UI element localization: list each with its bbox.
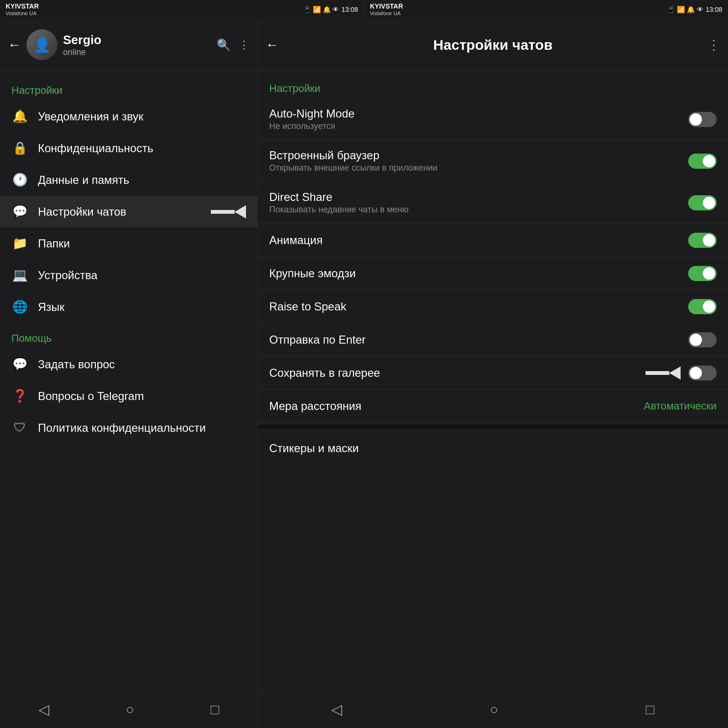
policy-label: Политика конфиденциальности: [38, 421, 246, 435]
clock-icon: 🕐: [11, 173, 28, 187]
section-divider: [258, 425, 728, 428]
chat-icon: 💬: [11, 204, 28, 219]
notifications-label: Уведомления и звук: [38, 110, 246, 123]
sidebar-item-folders[interactable]: 📁 Папки: [0, 228, 257, 259]
left-header: ← 👤 Sergio online 🔍 ⋮: [0, 19, 257, 71]
status-icons-left: 📱 📶 🔔 👁 13:08: [303, 6, 358, 13]
auto-night-subtitle: Не используется: [269, 121, 688, 131]
direct-share-subtitle: Показывать недавние чаты в меню: [269, 205, 688, 215]
faq-label: Вопросы о Telegram: [38, 390, 246, 403]
distance-value: Автоматически: [644, 400, 717, 412]
help-section-label: Помощь: [0, 323, 257, 348]
large-emoji-toggle[interactable]: [688, 266, 717, 281]
toggle-thumb: [703, 267, 715, 280]
user-status: online: [63, 47, 211, 57]
raise-to-speak-toggle[interactable]: [688, 299, 717, 314]
right-item-direct-share[interactable]: Direct Share Показывать недавние чаты в …: [258, 182, 728, 224]
sidebar-item-ask[interactable]: 💬 Задать вопрос: [0, 348, 257, 380]
ask-label: Задать вопрос: [38, 358, 246, 371]
left-bottom-nav: ◁ ○ □: [0, 690, 257, 728]
right-item-raise-to-speak[interactable]: Raise to Speak: [258, 290, 728, 323]
toggle-thumb: [703, 234, 715, 246]
left-panel: ← 👤 Sergio online 🔍 ⋮ Настройки 🔔 Уведом…: [0, 19, 258, 728]
nav-recent-right[interactable]: □: [646, 701, 654, 718]
main-panels: ← 👤 Sergio online 🔍 ⋮ Настройки 🔔 Уведом…: [0, 19, 728, 728]
right-item-save-gallery[interactable]: Сохранять в галерее: [258, 356, 728, 390]
raise-to-speak-title: Raise to Speak: [269, 300, 688, 313]
more-icon[interactable]: ⋮: [238, 38, 250, 52]
lock-icon: 🔒: [11, 141, 28, 155]
sidebar-item-policy[interactable]: 🛡 Политика конфиденциальности: [0, 412, 257, 444]
sidebar-item-language[interactable]: 🌐 Язык: [0, 291, 257, 323]
arrow-stem: [211, 210, 235, 214]
chatsettings-label: Настройки чатов: [38, 205, 196, 218]
device-icon: 💻: [11, 268, 28, 282]
arrow-head: [235, 205, 246, 218]
nav-recent-left[interactable]: □: [210, 701, 219, 718]
right-content: Настройки Auto-Night Mode Не используетс…: [258, 71, 728, 690]
page-title: Настройки чатов: [284, 37, 701, 53]
search-icon[interactable]: 🔍: [217, 38, 231, 52]
chat-settings-arrow-annotation: [211, 205, 246, 218]
toggle-thumb: [703, 197, 715, 209]
bell-icon: 🔔: [11, 109, 28, 124]
auto-night-toggle[interactable]: [688, 112, 717, 127]
right-back-button[interactable]: ←: [265, 37, 279, 53]
sidebar-item-privacy[interactable]: 🔒 Конфиденциальность: [0, 132, 257, 164]
left-back-button[interactable]: ←: [8, 37, 21, 53]
right-settings-label: Настройки: [258, 75, 728, 99]
right-item-large-emoji[interactable]: Крупные эмодзи: [258, 257, 728, 290]
arrow-stem: [646, 371, 669, 375]
toggle-thumb: [690, 334, 702, 346]
large-emoji-title: Крупные эмодзи: [269, 267, 688, 280]
nav-home-right[interactable]: ○: [490, 701, 498, 718]
auto-night-title: Auto-Night Mode: [269, 107, 688, 120]
save-gallery-title: Сохранять в галерее: [269, 366, 640, 380]
right-item-animation[interactable]: Анимация: [258, 224, 728, 257]
right-item-distance[interactable]: Мера расстояния Автоматически: [258, 390, 728, 423]
status-bar-right: KYIVSTAR Vodafone UA 📱 📶 🔔 👁 13:08: [364, 0, 728, 19]
sidebar-item-chatsettings[interactable]: 💬 Настройки чатов: [0, 196, 257, 228]
sidebar-item-notifications[interactable]: 🔔 Уведомления и звук: [0, 100, 257, 132]
distance-title: Мера расстояния: [269, 400, 644, 413]
send-enter-toggle[interactable]: [688, 332, 717, 347]
avatar[interactable]: 👤: [27, 29, 57, 60]
carrier-right: KYIVSTAR Vodafone UA: [370, 3, 403, 16]
right-more-icon[interactable]: ⋮: [707, 37, 720, 53]
send-enter-title: Отправка по Enter: [269, 333, 688, 346]
right-item-browser[interactable]: Встроенный браузер Открывать внешние ссы…: [258, 140, 728, 182]
nav-back-right[interactable]: ◁: [331, 701, 342, 718]
devices-label: Устройства: [38, 269, 246, 282]
nav-home-left[interactable]: ○: [126, 701, 134, 718]
right-header: ← Настройки чатов ⋮: [258, 19, 728, 71]
save-gallery-toggle[interactable]: [688, 365, 717, 381]
folders-label: Папки: [38, 237, 246, 250]
right-bottom-nav: ◁ ○ □: [258, 690, 728, 728]
animation-toggle[interactable]: [688, 233, 717, 248]
language-label: Язык: [38, 300, 246, 314]
globe-icon: 🌐: [11, 300, 28, 314]
right-panel: ← Настройки чатов ⋮ Настройки Auto-Night…: [258, 19, 728, 728]
sidebar-item-devices[interactable]: 💻 Устройства: [0, 259, 257, 291]
user-info: Sergio online: [63, 33, 211, 57]
right-item-stickers[interactable]: Стикеры и маски: [258, 430, 728, 466]
header-icons: 🔍 ⋮: [217, 38, 250, 52]
status-icons-right: 📱 📶 🔔 👁 13:08: [667, 6, 722, 13]
stickers-title: Стикеры и маски: [269, 442, 717, 455]
sidebar-item-data[interactable]: 🕐 Данные и память: [0, 164, 257, 196]
settings-section-label: Настройки: [0, 75, 257, 100]
direct-share-toggle[interactable]: [688, 195, 717, 210]
settings-list: Настройки 🔔 Уведомления и звук 🔒 Конфиде…: [0, 71, 257, 690]
browser-title: Встроенный браузер: [269, 149, 688, 162]
faq-icon: ❓: [11, 389, 28, 403]
carrier-left: KYIVSTAR Vodafone UA: [6, 3, 39, 16]
right-item-auto-night[interactable]: Auto-Night Mode Не используется: [258, 99, 728, 140]
browser-toggle[interactable]: [688, 154, 717, 169]
toggle-thumb: [703, 155, 715, 167]
save-gallery-arrow-annotation: [646, 366, 681, 380]
nav-back-left[interactable]: ◁: [38, 701, 49, 718]
right-item-send-enter[interactable]: Отправка по Enter: [258, 323, 728, 356]
toggle-thumb: [690, 113, 702, 126]
folder-icon: 📁: [11, 236, 28, 251]
sidebar-item-faq[interactable]: ❓ Вопросы о Telegram: [0, 380, 257, 412]
